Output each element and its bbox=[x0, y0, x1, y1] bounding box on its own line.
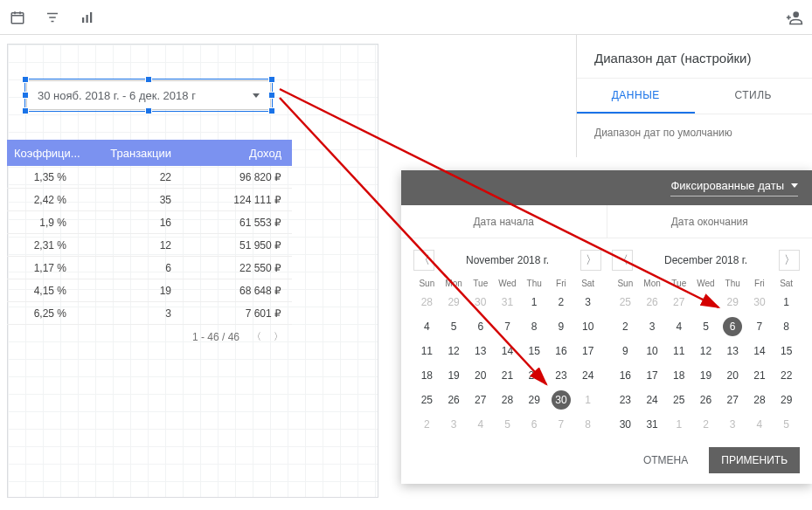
calendar-day[interactable]: 1 bbox=[773, 290, 800, 314]
tab-end-date[interactable]: Дата окончания bbox=[607, 205, 813, 238]
calendar-day[interactable]: 7 bbox=[494, 314, 521, 339]
calendar-day[interactable]: 5 bbox=[441, 314, 468, 339]
calendar-day[interactable]: 25 bbox=[413, 388, 441, 412]
calendar-day[interactable]: 5 bbox=[692, 314, 719, 339]
date-mode-select[interactable]: Фиксированные даты bbox=[670, 179, 798, 196]
date-range-widget[interactable]: 30 нояб. 2018 г. - 6 дек. 2018 г bbox=[26, 80, 271, 110]
calendar-day[interactable]: 8 bbox=[574, 412, 601, 437]
calendar-day[interactable]: 8 bbox=[521, 314, 548, 339]
calendar-day[interactable]: 6 bbox=[719, 314, 746, 339]
calendar-day[interactable]: 28 bbox=[692, 290, 719, 314]
filter-icon[interactable] bbox=[44, 9, 61, 26]
calendar-day[interactable]: 30 bbox=[467, 290, 494, 314]
calendar-icon[interactable] bbox=[9, 9, 26, 26]
calendar-day[interactable]: 31 bbox=[494, 290, 521, 314]
calendar-day[interactable]: 13 bbox=[467, 339, 494, 363]
calendar-day[interactable]: 2 bbox=[548, 290, 575, 314]
calendar-day[interactable]: 6 bbox=[467, 314, 494, 339]
calendar-day[interactable]: 16 bbox=[612, 363, 639, 388]
calendar-day[interactable]: 21 bbox=[746, 363, 774, 388]
calendar-day[interactable]: 31 bbox=[639, 412, 666, 437]
calendar-day[interactable]: 26 bbox=[692, 388, 719, 412]
calendar-day[interactable]: 11 bbox=[665, 339, 692, 363]
calendar-day[interactable]: 5 bbox=[773, 412, 800, 437]
calendar-day[interactable]: 4 bbox=[665, 314, 692, 339]
calendar-day[interactable]: 23 bbox=[612, 388, 639, 412]
calendar-day[interactable]: 4 bbox=[467, 412, 494, 437]
calendar-day[interactable]: 26 bbox=[441, 388, 468, 412]
calendar-day[interactable]: 20 bbox=[467, 363, 494, 388]
calendar-day[interactable]: 29 bbox=[719, 290, 746, 314]
calendar-day[interactable]: 7 bbox=[548, 412, 575, 437]
calendar-day[interactable]: 1 bbox=[665, 412, 692, 437]
cancel-button[interactable]: ОТМЕНА bbox=[631, 447, 700, 473]
tab-style[interactable]: СТИЛЬ bbox=[695, 79, 813, 114]
calendar-day[interactable]: 27 bbox=[467, 388, 494, 412]
calendar-day[interactable]: 17 bbox=[639, 363, 666, 388]
calendar-day[interactable]: 26 bbox=[639, 290, 666, 314]
calendar-day[interactable]: 20 bbox=[719, 363, 746, 388]
pager-prev-icon[interactable]: 〈 bbox=[252, 330, 261, 343]
calendar-day[interactable]: 17 bbox=[574, 339, 601, 363]
calendar-day[interactable]: 15 bbox=[773, 339, 800, 363]
calendar-day[interactable]: 28 bbox=[746, 388, 774, 412]
calendar-day[interactable]: 6 bbox=[521, 412, 548, 437]
calendar-day[interactable]: 10 bbox=[639, 339, 666, 363]
calendar-day[interactable]: 22 bbox=[521, 363, 548, 388]
col-header-coeff[interactable]: Коэффици... bbox=[7, 147, 86, 160]
calendar-day[interactable]: 29 bbox=[441, 290, 468, 314]
calendar-day[interactable]: 3 bbox=[574, 290, 601, 314]
calendar-day[interactable]: 30 bbox=[746, 290, 774, 314]
col-header-trans[interactable]: Транзакции bbox=[86, 147, 182, 160]
cal-next-button[interactable]: 〉 bbox=[580, 250, 601, 271]
calendar-day[interactable]: 18 bbox=[413, 363, 441, 388]
cal-prev-button[interactable]: 〈 bbox=[413, 250, 434, 271]
calendar-day[interactable]: 27 bbox=[665, 290, 692, 314]
calendar-day[interactable]: 3 bbox=[441, 412, 468, 437]
tab-data[interactable]: ДАННЫЕ bbox=[577, 79, 695, 114]
calendar-day[interactable]: 30 bbox=[548, 388, 575, 412]
calendar-day[interactable]: 28 bbox=[494, 388, 521, 412]
calendar-day[interactable]: 27 bbox=[719, 388, 746, 412]
apply-button[interactable]: ПРИМЕНИТЬ bbox=[709, 447, 800, 473]
calendar-day[interactable]: 12 bbox=[692, 339, 719, 363]
calendar-day[interactable]: 13 bbox=[719, 339, 746, 363]
calendar-day[interactable]: 25 bbox=[665, 388, 692, 412]
tab-start-date[interactable]: Дата начала bbox=[401, 205, 607, 238]
calendar-day[interactable]: 4 bbox=[746, 412, 774, 437]
calendar-day[interactable]: 14 bbox=[494, 339, 521, 363]
calendar-day[interactable]: 11 bbox=[413, 339, 441, 363]
calendar-day[interactable]: 2 bbox=[413, 412, 441, 437]
calendar-day[interactable]: 15 bbox=[521, 339, 548, 363]
calendar-day[interactable]: 1 bbox=[521, 290, 548, 314]
calendar-day[interactable]: 16 bbox=[548, 339, 575, 363]
cal-prev-button[interactable]: 〈 bbox=[612, 250, 633, 271]
calendar-day[interactable]: 25 bbox=[612, 290, 639, 314]
pager-next-icon[interactable]: 〉 bbox=[274, 330, 283, 343]
calendar-day[interactable]: 9 bbox=[548, 314, 575, 339]
calendar-day[interactable]: 19 bbox=[692, 363, 719, 388]
calendar-day[interactable]: 8 bbox=[773, 314, 800, 339]
calendar-day[interactable]: 5 bbox=[494, 412, 521, 437]
calendar-day[interactable]: 4 bbox=[413, 314, 441, 339]
calendar-day[interactable]: 1 bbox=[574, 388, 601, 412]
col-header-income[interactable]: Доход bbox=[182, 147, 292, 160]
calendar-day[interactable]: 29 bbox=[773, 388, 800, 412]
calendar-day[interactable]: 7 bbox=[746, 314, 774, 339]
calendar-day[interactable]: 9 bbox=[612, 339, 639, 363]
calendar-day[interactable]: 3 bbox=[639, 314, 666, 339]
calendar-day[interactable]: 24 bbox=[574, 363, 601, 388]
calendar-day[interactable]: 18 bbox=[665, 363, 692, 388]
cal-next-button[interactable]: 〉 bbox=[779, 250, 800, 271]
calendar-day[interactable]: 29 bbox=[521, 388, 548, 412]
calendar-day[interactable]: 3 bbox=[719, 412, 746, 437]
add-user-icon[interactable] bbox=[786, 9, 803, 26]
calendar-day[interactable]: 22 bbox=[773, 363, 800, 388]
calendar-day[interactable]: 28 bbox=[413, 290, 441, 314]
calendar-day[interactable]: 2 bbox=[692, 412, 719, 437]
calendar-day[interactable]: 2 bbox=[612, 314, 639, 339]
calendar-day[interactable]: 14 bbox=[746, 339, 774, 363]
calendar-day[interactable]: 19 bbox=[441, 363, 468, 388]
calendar-day[interactable]: 10 bbox=[574, 314, 601, 339]
calendar-day[interactable]: 12 bbox=[441, 339, 468, 363]
